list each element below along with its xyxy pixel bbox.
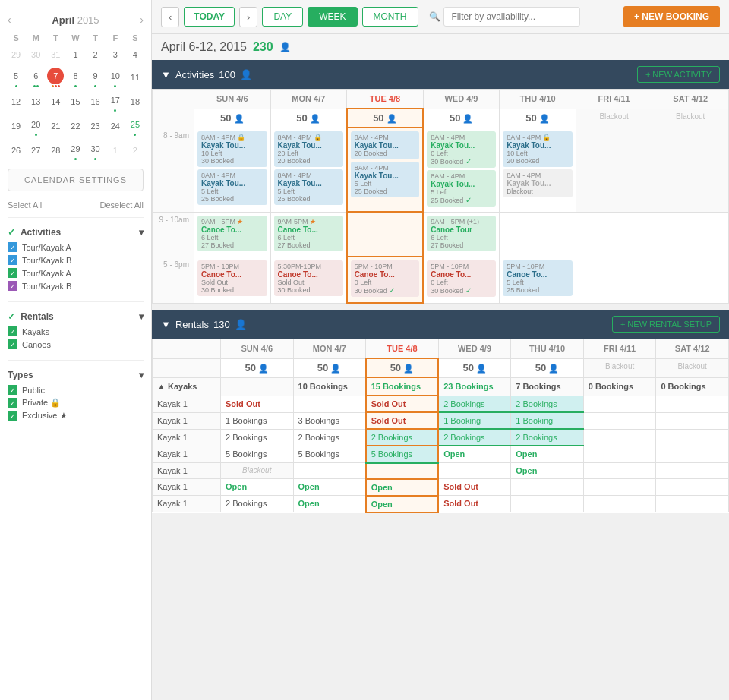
activity-card[interactable]: 8AM - 4PM Kayak Tou... 0 Left 30 Booked … [427, 131, 496, 168]
kayak-fri-3[interactable] [583, 429, 656, 446]
kayak-sat-4[interactable] [656, 446, 729, 463]
cal-day[interactable]: 8 [65, 65, 85, 90]
checkbox-tour-kayak-a2[interactable] [8, 268, 17, 278]
kayak-sun-1[interactable]: Sold Out [221, 396, 294, 412]
week-view-button[interactable]: WEEK [308, 7, 357, 27]
kayak-wed-3[interactable]: 2 Bookings [438, 429, 511, 446]
activity-card[interactable]: 8AM - 4PM Kayak Tou... 10 Left 20 Booked [503, 131, 573, 167]
activity-card[interactable]: 8AM - 4PM Kayak Tou... 5 Left 25 Booked … [427, 170, 496, 207]
cal-day[interactable]: 10 [106, 65, 125, 90]
kayak-wed-2[interactable]: 1 Booking [438, 412, 511, 429]
kayak-tue-2[interactable]: Sold Out [366, 412, 439, 429]
cal-day[interactable]: 14 [46, 90, 65, 114]
cal-day[interactable]: 29 [65, 138, 85, 162]
cal-day[interactable]: 9 [86, 65, 106, 90]
activity-card[interactable]: 8AM - 4PM Kayak Tou... 10 Left 30 Booked [197, 131, 267, 167]
kayak-sat-2[interactable] [656, 412, 729, 429]
kayak-sat-3[interactable] [656, 429, 729, 446]
cal-day[interactable]: 30 [86, 138, 106, 162]
new-activity-button[interactable]: + NEW ACTIVITY [637, 66, 720, 83]
kayak-sun-3[interactable]: 2 Bookings [221, 429, 294, 446]
kayak-sun-4[interactable]: 5 Bookings [221, 446, 294, 463]
kayak-sat-7[interactable] [656, 496, 729, 512]
cal-day[interactable]: 19 [6, 114, 26, 138]
activities-collapse-icon[interactable]: ▼ [161, 69, 171, 80]
kayak-sun-6[interactable]: Open [221, 479, 294, 496]
sidebar-item-tour-kayak-b2[interactable]: Tour/Kayak B [8, 279, 144, 292]
activity-card[interactable]: 5PM - 10PM Canoe To... 0 Left 30 Booked … [351, 260, 420, 297]
cal-day[interactable]: 26 [6, 138, 26, 162]
checkbox-tour-kayak-b1[interactable] [8, 255, 17, 265]
types-section-header[interactable]: Types ▾ [8, 370, 144, 380]
kayak-thu-7[interactable] [511, 496, 584, 512]
cal-day[interactable]: 5 [6, 65, 26, 90]
kayak-fri-7[interactable] [583, 496, 656, 512]
activities-chevron-icon[interactable]: ▾ [139, 227, 144, 238]
cal-day[interactable]: 29 [6, 44, 26, 65]
activity-card[interactable]: 8AM - 4PM Kayak Tou... 20 Left 20 Booked [274, 131, 343, 167]
checkbox-exclusive[interactable] [8, 411, 17, 421]
sidebar-item-exclusive[interactable]: Exclusive ★ [8, 409, 144, 422]
activity-card[interactable]: 5PM - 10PM Canoe To... Sold Out 30 Booke… [197, 260, 267, 296]
kayak-fri-2[interactable] [583, 412, 656, 429]
sidebar-item-tour-kayak-a1[interactable]: Tour/Kayak A [8, 241, 144, 254]
sidebar-item-kayaks[interactable]: Kayaks [8, 325, 144, 338]
sidebar-item-tour-kayak-b1[interactable]: Tour/Kayak B [8, 254, 144, 266]
activity-card[interactable]: 5PM - 10PM Canoe To... 0 Left 30 Booked … [427, 260, 496, 297]
kayak-thu-6[interactable] [511, 479, 584, 496]
today-button[interactable]: TODAY [184, 7, 235, 27]
select-all-button[interactable]: Select All [8, 200, 42, 210]
activities-section-header[interactable]: ✓ Activities ▾ [8, 227, 144, 238]
cal-day[interactable]: 23 [86, 114, 106, 138]
checkbox-canoes[interactable] [8, 339, 17, 349]
new-booking-button[interactable]: + NEW BOOKING [623, 6, 720, 27]
next-week-button[interactable]: › [239, 7, 257, 27]
cal-day[interactable]: 13 [26, 90, 46, 114]
kayak-sat-5[interactable] [656, 463, 729, 479]
kayak-wed-7[interactable]: Sold Out [438, 496, 511, 512]
kayak-mon-2[interactable]: 3 Bookings [293, 412, 366, 429]
sidebar-item-tour-kayak-a2[interactable]: Tour/Kayak A [8, 266, 144, 279]
kayak-tue-5[interactable] [366, 463, 439, 479]
activity-card[interactable]: 9AM - 5PM Canoe To... 6 Left 27 Booked [197, 216, 267, 251]
kayak-wed-4[interactable]: Open [438, 446, 511, 463]
rentals-section-header[interactable]: ✓ Rentals ▾ [8, 311, 144, 322]
kayak-thu-1[interactable]: 2 Bookings [511, 396, 584, 412]
checkbox-tour-kayak-a1[interactable] [8, 242, 17, 252]
kayak-sun-2[interactable]: 1 Bookings [221, 412, 294, 429]
rentals-collapse-icon[interactable]: ▼ [161, 319, 171, 330]
activity-card[interactable]: 8AM - 4PM Kayak Tou... 5 Left 25 Booked [197, 169, 267, 205]
prev-month-button[interactable]: ‹ [8, 14, 11, 26]
activity-card[interactable]: 8AM - 4PM Kayak Tou... 5 Left 25 Booked [274, 169, 343, 205]
activity-card[interactable]: 8AM - 4PM Kayak Tou... 5 Left 25 Booked [351, 162, 420, 197]
next-month-button[interactable]: › [140, 14, 144, 26]
new-rental-button[interactable]: + NEW RENTAL SETUP [612, 316, 720, 333]
cal-day[interactable]: 16 [86, 90, 106, 114]
cal-day[interactable]: 31 [46, 44, 65, 65]
sidebar-item-canoes[interactable]: Canoes [8, 338, 144, 351]
kayak-wed-1[interactable]: 2 Bookings [438, 396, 511, 412]
cal-day[interactable]: 21 [46, 114, 65, 138]
cal-day[interactable]: 18 [125, 90, 145, 114]
cal-day[interactable]: 2 [86, 44, 106, 65]
kayak-sun-5[interactable]: Blackout [221, 463, 294, 479]
checkbox-private[interactable] [8, 398, 17, 408]
kayak-tue-1[interactable]: Sold Out [366, 396, 439, 412]
types-chevron-icon[interactable]: ▾ [139, 370, 144, 380]
cal-day-today[interactable]: 7 [46, 65, 65, 90]
cal-day[interactable]: 22 [65, 114, 85, 138]
calendar-settings-button[interactable]: CALENDAR SETTINGS [8, 169, 144, 191]
prev-week-button[interactable]: ‹ [161, 7, 179, 27]
cal-day[interactable]: 4 [125, 44, 145, 65]
deselect-all-button[interactable]: Deselect All [100, 200, 144, 210]
kayak-wed-6[interactable]: Sold Out [438, 479, 511, 496]
activity-card[interactable]: 5PM - 10PM Canoe To... 5 Left 25 Booked [503, 260, 573, 296]
kayak-mon-3[interactable]: 2 Bookings [293, 429, 366, 446]
kayak-tue-4[interactable]: 5 Bookings [366, 446, 439, 463]
kayak-fri-6[interactable] [583, 479, 656, 496]
month-view-button[interactable]: MONTH [362, 7, 418, 27]
kayak-thu-5[interactable]: Open [511, 463, 584, 479]
cal-day[interactable]: 12 [6, 90, 26, 114]
activity-card[interactable]: 8AM - 4PM Kayak Tou... 20 Booked [351, 131, 420, 159]
kayaks-chevron-icon[interactable]: ▲ [157, 382, 166, 391]
